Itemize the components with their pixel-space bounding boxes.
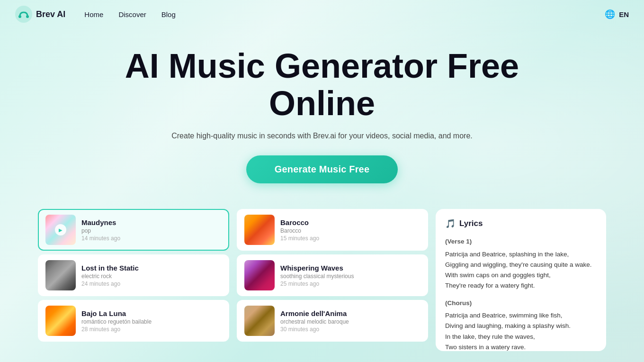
card-title-lost: Lost in the Static bbox=[81, 264, 222, 272]
logo[interactable]: Brev AI bbox=[15, 6, 65, 23]
svg-point-1 bbox=[18, 15, 21, 18]
svg-point-0 bbox=[15, 6, 32, 23]
card-info-lost: Lost in the Static electric rock 24 minu… bbox=[81, 264, 222, 287]
card-title-maudynes: Maudynes bbox=[81, 218, 222, 226]
card-time-maudynes: 14 minutes ago bbox=[81, 235, 222, 242]
lyrics-chorus-line3: In the lake, they rule the waves, bbox=[445, 332, 597, 342]
lyrics-chorus: (Chorus) Patricija and Beatrice, swimmin… bbox=[445, 298, 597, 352]
lyrics-chorus-line1: Patricija and Beatrice, swimming like fi… bbox=[445, 310, 597, 321]
lyrics-verse1-line1: Patricija and Beatrice, splashing in the… bbox=[445, 249, 597, 260]
nav-discover[interactable]: Discover bbox=[118, 10, 146, 18]
thumbnail-whispering bbox=[244, 260, 275, 290]
hero-title-line1: AI Music Generator Free bbox=[125, 47, 519, 85]
hero-title-line2: Online bbox=[269, 84, 375, 122]
card-title-armonie: Armonie dell'Anima bbox=[280, 309, 420, 317]
card-title-bajo: Bajo La Luna bbox=[81, 309, 222, 317]
thumbnail-bajo bbox=[45, 306, 76, 336]
lyrics-verse1-label: (Verse 1) bbox=[445, 236, 597, 247]
lyrics-verse1: (Verse 1) Patricija and Beatrice, splash… bbox=[445, 236, 597, 291]
thumbnail-lost bbox=[45, 260, 76, 290]
music-card-armonie[interactable]: Armonie dell'Anima orchestral melodic ba… bbox=[237, 300, 428, 342]
generate-music-button[interactable]: Generate Music Free bbox=[246, 155, 398, 183]
card-info-armonie: Armonie dell'Anima orchestral melodic ba… bbox=[280, 309, 420, 333]
cards-column-right: Barocco Barocco 15 minutes ago Whisperin… bbox=[237, 209, 428, 342]
card-title-whispering: Whispering Waves bbox=[280, 264, 420, 272]
card-info-bajo: Bajo La Luna romántico reguetón bailable… bbox=[81, 309, 222, 333]
thumbnail-armonie bbox=[244, 306, 275, 336]
hero-section: AI Music Generator Free Online Create hi… bbox=[0, 28, 644, 198]
nav-home[interactable]: Home bbox=[84, 10, 103, 18]
hero-title: AI Music Generator Free Online bbox=[9, 47, 635, 122]
card-time-barocco: 15 minutes ago bbox=[280, 235, 420, 242]
card-genre-maudynes: pop bbox=[81, 227, 222, 234]
card-info-maudynes: Maudynes pop 14 minutes ago bbox=[81, 218, 222, 242]
lyrics-chorus-line4: Two sisters in a watery rave. bbox=[445, 342, 597, 352]
card-time-lost: 24 minutes ago bbox=[81, 281, 222, 287]
card-title-barocco: Barocco bbox=[280, 218, 420, 226]
card-genre-lost: electric rock bbox=[81, 273, 222, 280]
lyrics-title: Lyrics bbox=[459, 219, 483, 228]
cards-section: ▶ Maudynes pop 14 minutes ago Lost in th… bbox=[0, 198, 644, 362]
nav-blog[interactable]: Blog bbox=[161, 10, 176, 18]
lyrics-panel: 🎵 Lyrics (Verse 1) Patricija and Beatric… bbox=[436, 209, 606, 351]
card-genre-barocco: Barocco bbox=[280, 227, 420, 234]
music-card-barocco[interactable]: Barocco Barocco 15 minutes ago bbox=[237, 209, 428, 251]
cards-column-left: ▶ Maudynes pop 14 minutes ago Lost in th… bbox=[38, 209, 229, 342]
lyrics-header: 🎵 Lyrics bbox=[445, 218, 597, 229]
music-card-whispering[interactable]: Whispering Waves soothing classical myst… bbox=[237, 254, 428, 296]
logo-icon bbox=[15, 6, 32, 23]
nav-right: 🌐 EN bbox=[605, 9, 629, 19]
play-button-maudynes[interactable]: ▶ bbox=[55, 224, 66, 235]
logo-text: Brev AI bbox=[36, 9, 65, 19]
thumbnail-maudynes: ▶ bbox=[45, 215, 76, 245]
lyrics-chorus-line2: Diving and laughing, making a splashy wi… bbox=[445, 321, 597, 331]
music-card-lost[interactable]: Lost in the Static electric rock 24 minu… bbox=[38, 254, 229, 296]
music-card-maudynes[interactable]: ▶ Maudynes pop 14 minutes ago bbox=[38, 209, 229, 251]
lyrics-verse1-line3: With swim caps on and goggles tight, bbox=[445, 270, 597, 281]
card-genre-whispering: soothing classical mysterious bbox=[280, 273, 420, 280]
navbar: Brev AI Home Discover Blog 🌐 EN bbox=[0, 0, 644, 28]
music-card-bajo[interactable]: Bajo La Luna romántico reguetón bailable… bbox=[38, 300, 229, 342]
card-info-barocco: Barocco Barocco 15 minutes ago bbox=[280, 218, 420, 242]
lyrics-content: (Verse 1) Patricija and Beatrice, splash… bbox=[445, 236, 597, 351]
thumbnail-barocco bbox=[244, 215, 275, 245]
lyrics-verse1-line4: They're ready for a watery fight. bbox=[445, 281, 597, 291]
card-genre-armonie: orchestral melodic baroque bbox=[280, 318, 420, 325]
card-time-whispering: 25 minutes ago bbox=[280, 281, 420, 287]
card-time-armonie: 30 minutes ago bbox=[280, 326, 420, 333]
language-selector[interactable]: EN bbox=[619, 10, 629, 18]
language-icon: 🌐 bbox=[605, 9, 615, 19]
lyrics-icon: 🎵 bbox=[445, 218, 456, 229]
lyrics-chorus-label: (Chorus) bbox=[445, 298, 597, 308]
lyrics-verse1-line2: Giggling and wiggling, they're causing q… bbox=[445, 260, 597, 270]
card-info-whispering: Whispering Waves soothing classical myst… bbox=[280, 264, 420, 287]
nav-links: Home Discover Blog bbox=[84, 10, 605, 18]
hero-subtitle: Create high-quality music in seconds wit… bbox=[9, 132, 635, 140]
svg-point-2 bbox=[26, 15, 29, 18]
card-genre-bajo: romántico reguetón bailable bbox=[81, 318, 222, 325]
card-time-bajo: 28 minutes ago bbox=[81, 326, 222, 333]
